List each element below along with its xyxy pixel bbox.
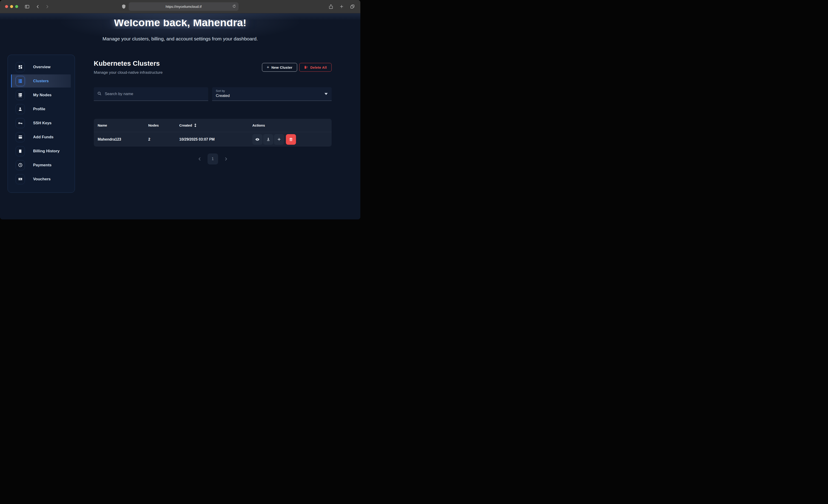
table-row: Mahendra123 2 10/29/2025 03:07 PM [94, 132, 332, 146]
download-kubeconfig-button[interactable] [263, 134, 273, 145]
search-field [94, 87, 208, 101]
sidebar-item-label: Vouchers [33, 177, 50, 181]
privacy-shield-icon[interactable] [122, 4, 126, 9]
previous-page-icon[interactable] [197, 157, 202, 161]
minimize-window-button[interactable] [10, 5, 13, 8]
page-title: Kubernetes Clusters [94, 60, 163, 67]
new-cluster-button[interactable]: + New Cluster [262, 63, 297, 72]
ticket-percent-icon [16, 174, 25, 184]
column-header-nodes: Nodes [148, 123, 179, 127]
welcome-heading: Welcome back, Mahendra! [0, 19, 360, 29]
tab-overview-icon[interactable] [350, 4, 355, 9]
pagination: 1 [94, 154, 332, 165]
dashboard-icon [16, 62, 25, 72]
browser-toolbar: https://myceliumcloud.tf [0, 0, 360, 13]
person-icon [16, 104, 25, 114]
new-cluster-label: New Cluster [272, 66, 292, 69]
new-tab-icon[interactable] [339, 4, 344, 9]
browser-window: https://myceliumcloud.tf [0, 0, 360, 219]
node-server-icon [16, 90, 25, 100]
column-header-created[interactable]: Created [179, 123, 252, 127]
column-header-actions: Actions [252, 123, 328, 127]
sort-arrows-icon [194, 123, 197, 127]
zoom-window-button[interactable] [15, 5, 18, 8]
view-cluster-button[interactable] [252, 134, 262, 145]
forward-icon[interactable] [45, 4, 49, 9]
sidebar-item-billing-history[interactable]: Billing History [11, 144, 71, 158]
clusters-table: Name Nodes Created Actions [94, 119, 332, 146]
close-window-button[interactable] [5, 5, 8, 8]
plus-icon: + [267, 65, 270, 70]
sidebar-item-my-nodes[interactable]: My Nodes [11, 88, 71, 101]
eye-icon [255, 137, 260, 142]
page-content: Welcome back, Mahendra! Manage your clus… [0, 13, 360, 219]
sidebar-item-label: SSH Keys [33, 121, 51, 125]
key-icon [16, 118, 25, 128]
sidebar-item-vouchers[interactable]: Vouchers [11, 172, 71, 185]
plus-icon [277, 137, 281, 141]
column-header-name: Name [98, 123, 148, 127]
sidebar-toggle-icon[interactable] [25, 4, 30, 9]
trash-icon [289, 137, 293, 141]
dashboard-sidebar: Overview Clusters [8, 55, 75, 193]
url-text: https://myceliumcloud.tf [166, 5, 202, 8]
sidebar-item-label: Add Funds [33, 135, 53, 139]
delete-all-button[interactable]: Delete All [299, 63, 332, 72]
cluster-created-cell: 10/29/2025 03:07 PM [179, 137, 252, 141]
sidebar-item-payments[interactable]: Payments [11, 159, 71, 172]
receipt-icon [16, 146, 25, 156]
search-input[interactable] [94, 87, 208, 100]
sidebar-item-clusters[interactable]: Clusters [11, 75, 71, 87]
page-number-button[interactable]: 1 [208, 154, 218, 165]
sidebar-item-overview[interactable]: Overview [11, 60, 71, 74]
table-header-row: Name Nodes Created Actions [94, 119, 332, 132]
clusters-panel: Kubernetes Clusters Manage your cloud-na… [94, 55, 332, 165]
download-icon [266, 137, 271, 141]
sidebar-item-label: Billing History [33, 149, 59, 154]
sidebar-item-profile[interactable]: Profile [11, 102, 71, 116]
delete-cluster-button[interactable] [286, 134, 296, 145]
sort-value: Created [216, 93, 328, 98]
sidebar-item-label: Payments [33, 163, 51, 167]
sidebar-item-label: My Nodes [33, 93, 51, 97]
back-icon[interactable] [36, 4, 40, 9]
server-stack-icon [16, 76, 25, 86]
sidebar-item-add-funds[interactable]: Add Funds [11, 130, 71, 143]
clock-icon [16, 160, 25, 170]
sidebar-item-label: Profile [33, 107, 45, 112]
wallet-icon [16, 132, 25, 142]
window-controls [5, 5, 18, 8]
hero-section: Welcome back, Mahendra! Manage your clus… [0, 13, 360, 42]
add-node-button[interactable] [274, 134, 284, 145]
welcome-subtitle: Manage your clusters, billing, and accou… [0, 36, 360, 42]
address-bar[interactable]: https://myceliumcloud.tf [129, 2, 239, 11]
sidebar-item-label: Clusters [33, 79, 49, 83]
share-icon[interactable] [329, 4, 333, 9]
cluster-nodes-cell: 2 [148, 137, 179, 141]
row-actions [252, 134, 328, 145]
cluster-name-cell: Mahendra123 [98, 137, 148, 141]
chevron-down-icon [325, 93, 328, 95]
sort-label: Sort by [216, 89, 328, 93]
page-subtitle: Manage your cloud-native infrastructure [94, 70, 163, 75]
delete-all-label: Delete All [310, 66, 327, 69]
sidebar-item-ssh-keys[interactable]: SSH Keys [11, 117, 71, 130]
reload-icon[interactable] [232, 4, 236, 9]
trash-sweep-icon [304, 65, 308, 69]
sidebar-item-label: Overview [33, 65, 50, 69]
hero-glow-band [0, 13, 360, 19]
next-page-icon[interactable] [223, 157, 228, 161]
sort-select[interactable]: Sort by Created [212, 87, 332, 101]
search-icon [97, 91, 101, 97]
